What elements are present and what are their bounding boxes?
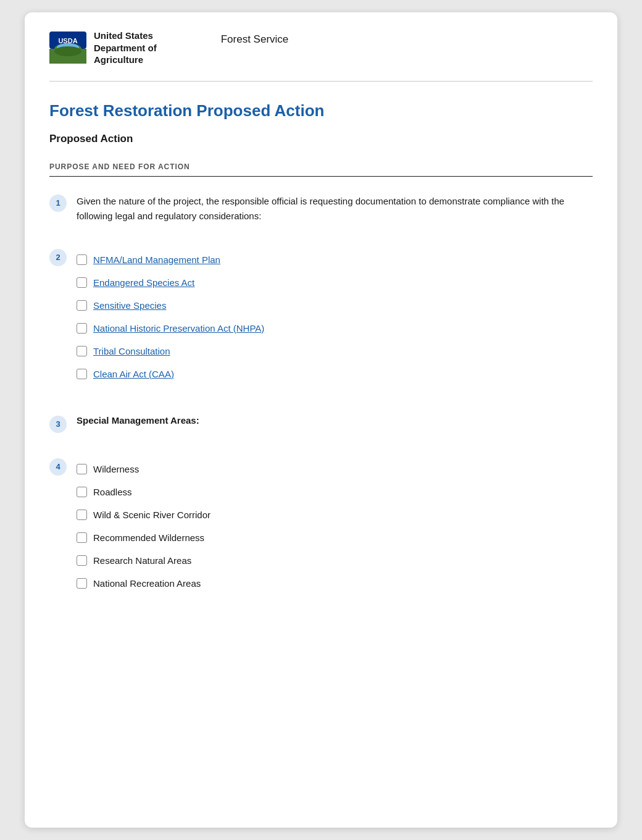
checkbox-item-tribal: Tribal Consultation xyxy=(77,340,593,363)
checkbox-label-nfma[interactable]: NFMA/Land Management Plan xyxy=(93,254,220,265)
svg-point-5 xyxy=(54,46,81,56)
black-checkbox-list: Wilderness Roadless Wild & Scenic River … xyxy=(77,458,593,595)
checkbox-esa[interactable] xyxy=(77,277,87,288)
checkbox-item-esa: Endangered Species Act xyxy=(77,271,593,294)
checkbox-nhpa[interactable] xyxy=(77,323,87,334)
purpose-label: PURPOSE AND NEED FOR ACTION xyxy=(49,162,593,171)
header: USDA United States Department of Agricul… xyxy=(25,12,617,81)
item-4: 4 Wilderness Roadless Wild & Scenic Rive… xyxy=(49,458,593,595)
checkbox-label-wild-scenic[interactable]: Wild & Scenic River Corridor xyxy=(93,510,211,520)
checkbox-recommended-wilderness[interactable] xyxy=(77,532,87,543)
logo-line1: United States xyxy=(94,30,157,42)
checkbox-item-national-recreation: National Recreation Areas xyxy=(77,572,593,595)
page-title: Forest Restoration Proposed Action xyxy=(49,101,593,120)
checkbox-label-caa[interactable]: Clean Air Act (CAA) xyxy=(93,369,174,379)
badge-2: 2 xyxy=(49,249,67,266)
item-3-content: Special Management Areas: xyxy=(77,415,593,426)
checkbox-sensitive[interactable] xyxy=(77,300,87,311)
checkbox-label-tribal[interactable]: Tribal Consultation xyxy=(93,346,170,356)
checkbox-wild-scenic[interactable] xyxy=(77,510,87,520)
item-1-content: Given the nature of the project, the res… xyxy=(77,194,593,224)
item-2: 2 NFMA/Land Management Plan Endangered S… xyxy=(49,248,593,385)
item-4-content: Wilderness Roadless Wild & Scenic River … xyxy=(77,458,593,595)
item-3-heading: Special Management Areas: xyxy=(77,415,199,426)
checkbox-tribal[interactable] xyxy=(77,346,87,356)
checkbox-national-recreation[interactable] xyxy=(77,578,87,589)
checkbox-item-nhpa: National Historic Preservation Act (NHPA… xyxy=(77,317,593,340)
badge-4: 4 xyxy=(49,458,67,476)
checkbox-item-sensitive: Sensitive Species xyxy=(77,294,593,317)
checkbox-caa[interactable] xyxy=(77,369,87,379)
item-1: 1 Given the nature of the project, the r… xyxy=(49,194,593,224)
section-heading: Proposed Action xyxy=(49,133,593,145)
checkbox-research-natural[interactable] xyxy=(77,555,87,566)
section-divider xyxy=(49,176,593,177)
page-container: USDA United States Department of Agricul… xyxy=(25,12,617,828)
logo-line3: Agriculture xyxy=(94,54,157,66)
checkbox-label-sensitive[interactable]: Sensitive Species xyxy=(93,300,166,311)
checkbox-label-recommended-wilderness[interactable]: Recommended Wilderness xyxy=(93,532,204,543)
checkbox-item-recommended-wilderness: Recommended Wilderness xyxy=(77,526,593,549)
badge-1: 1 xyxy=(49,195,67,212)
checkbox-wilderness[interactable] xyxy=(77,464,87,474)
checkbox-item-research-natural: Research Natural Areas xyxy=(77,549,593,572)
checkbox-label-nhpa[interactable]: National Historic Preservation Act (NHPA… xyxy=(93,323,264,334)
checkbox-item-wilderness: Wilderness xyxy=(77,458,593,481)
checkbox-label-esa[interactable]: Endangered Species Act xyxy=(93,277,194,288)
badge-3: 3 xyxy=(49,416,67,433)
checkbox-item-wild-scenic: Wild & Scenic River Corridor xyxy=(77,503,593,526)
usda-emblem-icon: USDA xyxy=(49,32,86,64)
checkbox-item-caa: Clean Air Act (CAA) xyxy=(77,363,593,385)
blue-checkbox-list: NFMA/Land Management Plan Endangered Spe… xyxy=(77,248,593,385)
usda-logo: USDA United States Department of Agricul… xyxy=(49,30,157,66)
logo-text: United States Department of Agriculture xyxy=(94,30,157,66)
checkbox-item-roadless: Roadless xyxy=(77,481,593,503)
item-3: 3 Special Management Areas: xyxy=(49,415,593,433)
forest-service-label: Forest Service xyxy=(221,33,289,46)
checkbox-nfma[interactable] xyxy=(77,254,87,265)
main-content: Forest Restoration Proposed Action Propo… xyxy=(25,82,617,634)
checkbox-label-research-natural[interactable]: Research Natural Areas xyxy=(93,555,191,566)
item-2-content: NFMA/Land Management Plan Endangered Spe… xyxy=(77,248,593,385)
checkbox-item-nfma: NFMA/Land Management Plan xyxy=(77,248,593,271)
checkbox-label-wilderness[interactable]: Wilderness xyxy=(93,464,139,474)
item-1-text: Given the nature of the project, the res… xyxy=(77,194,593,224)
logo-line2: Department of xyxy=(94,42,157,54)
checkbox-roadless[interactable] xyxy=(77,487,87,497)
checkbox-label-roadless[interactable]: Roadless xyxy=(93,487,132,497)
checkbox-label-national-recreation[interactable]: National Recreation Areas xyxy=(93,578,201,589)
